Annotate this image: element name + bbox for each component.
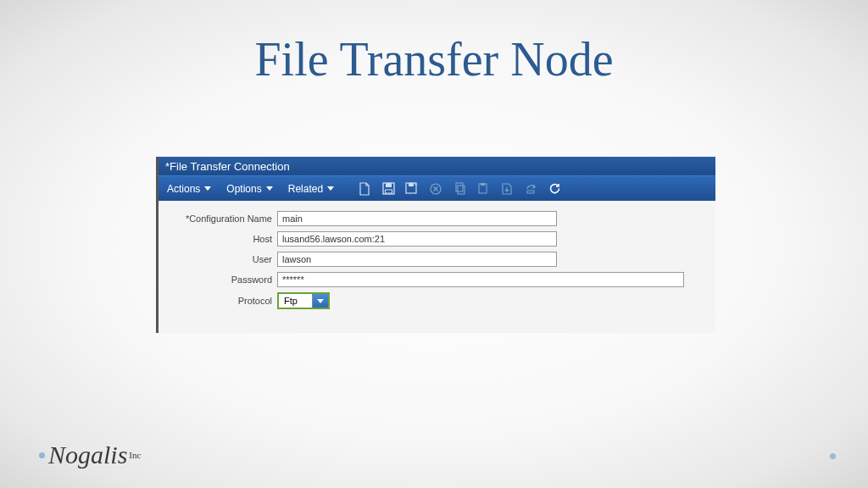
footer-logo: Nogalis Inc <box>39 441 141 469</box>
brand-suffix: Inc <box>129 450 141 460</box>
label-user: User <box>167 254 277 264</box>
copy-icon[interactable] <box>453 182 466 196</box>
window-title: *File Transfer Connection <box>165 160 290 173</box>
caret-down-icon <box>317 299 324 303</box>
window-titlebar: *File Transfer Connection <box>159 157 715 175</box>
decorative-dot <box>830 453 836 459</box>
caret-down-icon <box>204 186 211 191</box>
menu-actions[interactable]: Actions <box>167 183 211 195</box>
label-password: Password <box>167 274 277 285</box>
save-as-icon[interactable]: * <box>405 182 419 196</box>
menu-options-label: Options <box>226 183 261 195</box>
protocol-selected: Ftp <box>279 294 313 308</box>
input-password[interactable] <box>277 272 684 287</box>
svg-text:*: * <box>415 182 417 189</box>
new-document-icon[interactable] <box>358 182 371 196</box>
label-config-name: *Configuration Name <box>167 214 277 224</box>
svg-rect-7 <box>456 183 463 191</box>
menu-actions-label: Actions <box>167 183 200 195</box>
menu-options[interactable]: Options <box>226 183 272 195</box>
export-icon[interactable] <box>500 182 514 196</box>
input-user[interactable] <box>277 252 557 267</box>
slide-title: File Transfer Node <box>0 0 868 86</box>
svg-rect-1 <box>386 183 392 187</box>
refresh-icon[interactable] <box>548 182 561 196</box>
caret-down-icon <box>266 186 273 191</box>
form-body: *Configuration Name Host User Password P… <box>159 201 715 333</box>
svg-rect-2 <box>385 190 392 193</box>
label-protocol: Protocol <box>167 296 277 306</box>
input-host[interactable] <box>277 231 557 247</box>
menu-related[interactable]: Related <box>288 183 334 195</box>
import-icon[interactable] <box>524 182 537 196</box>
row-password: Password <box>167 272 704 287</box>
row-host: Host <box>167 231 704 247</box>
svg-rect-10 <box>481 183 485 186</box>
row-user: User <box>167 252 704 267</box>
toolbar: Actions Options Related * <box>159 175 715 201</box>
save-icon[interactable] <box>381 182 395 196</box>
input-config-name[interactable] <box>277 211 557 226</box>
menu-related-label: Related <box>288 183 323 195</box>
protocol-dropdown-button[interactable] <box>313 294 328 308</box>
delete-icon[interactable] <box>429 182 442 196</box>
caret-down-icon <box>327 186 334 191</box>
toolbar-icon-group: * <box>358 182 561 196</box>
protocol-dropdown[interactable]: Ftp <box>277 292 330 309</box>
svg-rect-4 <box>409 183 414 186</box>
file-transfer-window: *File Transfer Connection Actions Option… <box>156 157 715 333</box>
logo-dot-icon <box>39 452 45 458</box>
brand-name: Nogalis <box>48 441 127 469</box>
row-protocol: Protocol Ftp <box>167 292 704 309</box>
svg-rect-11 <box>527 191 534 193</box>
row-config-name: *Configuration Name <box>167 211 704 226</box>
paste-icon[interactable] <box>476 182 490 196</box>
label-host: Host <box>167 234 277 244</box>
svg-rect-8 <box>458 186 465 194</box>
